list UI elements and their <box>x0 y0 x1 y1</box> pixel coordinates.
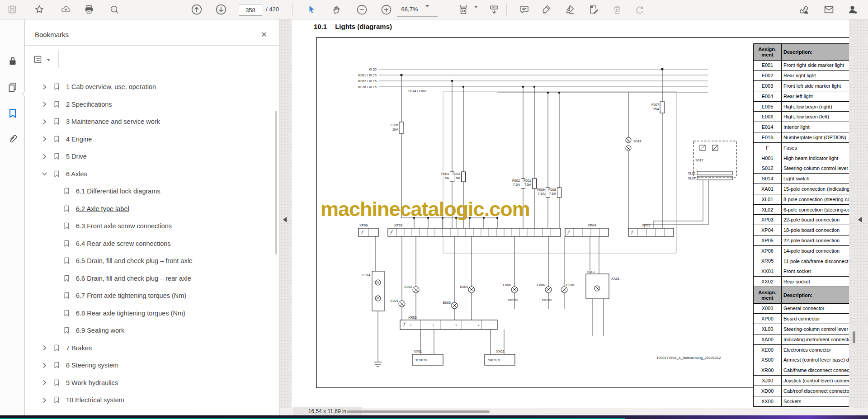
bookmark-item[interactable]: 7 Brakes <box>25 339 273 357</box>
zoom-in-button[interactable] <box>378 2 394 17</box>
table-row: XP00 Board connector <box>754 314 849 324</box>
bookmark-item-label[interactable]: 4 Engine <box>66 136 92 143</box>
chevron-right-icon[interactable] <box>41 380 47 386</box>
chevron-right-icon[interactable] <box>41 101 47 108</box>
zoom-dropdown-caret[interactable] <box>425 7 429 15</box>
bookmark-item[interactable]: 6.5 Drain, fill and check plug – front a… <box>25 252 273 270</box>
print-button[interactable] <box>81 2 97 17</box>
zoom-level-value[interactable]: 66,7% <box>398 6 421 13</box>
bookmark-item[interactable]: 6.7 Front axle tightening torques (Nm) <box>25 287 273 305</box>
next-page-button[interactable] <box>213 2 229 17</box>
expand-tools-arrow[interactable] <box>858 217 862 222</box>
redo-button[interactable] <box>632 2 647 17</box>
vertical-scrollbar-thumb[interactable] <box>853 331 855 343</box>
share-upload-button[interactable] <box>58 2 74 17</box>
bookmark-item-label[interactable]: 8 Steering system <box>66 362 118 369</box>
chevron-right-icon[interactable] <box>41 397 47 403</box>
bookmark-item-label[interactable]: 6.3 Front axle screw connections <box>76 222 172 230</box>
table-row: E001 Front right side marker light <box>754 61 849 71</box>
bookmark-item-label[interactable]: 6.7 Front axle tightening torques (Nm) <box>76 292 186 299</box>
bookmark-item[interactable]: 6 Axles <box>25 165 273 183</box>
panel-scrollbar-thumb[interactable] <box>275 111 277 254</box>
bookmark-item[interactable]: 4 Engine <box>25 131 273 148</box>
paperclip-icon <box>7 133 19 145</box>
bookmark-item-label[interactable]: 6.5 Drain, fill and check plug – front a… <box>76 257 193 264</box>
bookmark-item-label[interactable]: 6.4 Rear axle screw connections <box>76 240 171 247</box>
chevron-right-icon[interactable] <box>41 84 47 90</box>
collapse-sidebar-arrow[interactable] <box>283 217 287 222</box>
bookmarks-panel-button[interactable] <box>6 107 19 120</box>
hand-tool-button[interactable] <box>329 2 344 17</box>
comment-button[interactable] <box>517 2 532 17</box>
zoom-out-button[interactable] <box>354 2 369 17</box>
bookmark-item-label[interactable]: 9 Work hydraulics <box>66 379 118 386</box>
bookmark-item[interactable]: 10 Electrical system <box>25 391 273 409</box>
bookmark-item-label[interactable]: 5 Drive <box>66 153 87 160</box>
document-area[interactable]: 10.1Lights (diagrams) machinecatalogic.c… <box>280 19 868 408</box>
bookmark-item[interactable]: 1 Cab overview, use, operation <box>25 78 273 96</box>
share-link-button[interactable] <box>796 2 811 17</box>
bookmark-item[interactable]: 6.4 Rear axle screw connections <box>25 235 273 253</box>
bookmark-item-label[interactable]: 6.9 Sealing work <box>76 327 124 334</box>
bookmark-item[interactable]: 5 Drive <box>25 148 273 165</box>
bookmark-item[interactable]: 6.3 Front axle screw connections <box>25 217 273 235</box>
search-button[interactable] <box>107 2 122 17</box>
bookmark-item[interactable]: 3 Maintenance and service work <box>25 113 273 131</box>
protection-panel-button[interactable] <box>6 55 19 67</box>
chevron-right-icon[interactable] <box>41 136 47 142</box>
bookmark-item-label[interactable]: 2 Specifications <box>66 101 112 108</box>
scroll-mode-button[interactable] <box>486 2 502 17</box>
chevron-right-icon[interactable] <box>41 118 47 125</box>
description-cell: Board connector <box>782 314 849 324</box>
add-person-button[interactable] <box>845 2 860 17</box>
chevron-right-icon[interactable] <box>41 153 47 160</box>
bookmark-item-label[interactable]: 6.6 Drain, fill and check plug – rear ax… <box>76 275 191 282</box>
bookmark-item-label[interactable]: 3 Maintenance and service work <box>66 118 160 125</box>
bookmark-item[interactable]: 9 Work hydraulics <box>25 374 273 392</box>
chevron-right-icon[interactable] <box>41 345 47 351</box>
description-cell: Steering-column control lever (l <box>782 163 849 173</box>
email-button[interactable] <box>821 2 836 17</box>
fit-width-icon <box>458 4 469 15</box>
page-thumbnails-button[interactable] <box>6 81 19 94</box>
bookmark-item-label[interactable]: 6.1 Differential lock diagrams <box>76 188 160 195</box>
bookmark-options-button[interactable] <box>33 52 56 67</box>
horizontal-scrollbar-thumb[interactable] <box>347 410 490 413</box>
close-panel-button[interactable]: ✕ <box>258 28 270 40</box>
select-tool-button[interactable] <box>304 2 320 17</box>
bookmark-item-label[interactable]: 6.2 Axle type label <box>76 205 129 212</box>
assignment-table: Assign-ment Description: E001 Front righ… <box>753 43 849 407</box>
assignment-cell: XE00 <box>754 345 782 355</box>
chevron-right-icon[interactable] <box>41 362 47 368</box>
delete-button[interactable] <box>609 2 625 17</box>
bookmark-item-label[interactable]: 1 Cab overview, use, operation <box>66 83 156 90</box>
attachments-panel-button[interactable] <box>6 132 19 145</box>
bookmark-item[interactable]: 6.6 Drain, fill and check plug – rear ax… <box>25 270 273 287</box>
fill-sign-button[interactable] <box>586 2 601 17</box>
bookmark-item-label[interactable]: 7 Brakes <box>66 344 92 352</box>
panel-divider <box>25 45 279 46</box>
save-button[interactable] <box>5 2 20 17</box>
options-caret-icon <box>47 59 50 61</box>
bookmark-item-label[interactable]: 6 Axles <box>66 170 87 178</box>
bookmark-item[interactable]: 6.9 Sealing work <box>25 322 273 339</box>
sign-button[interactable] <box>562 2 577 17</box>
fit-width-button[interactable] <box>456 2 471 17</box>
printer-icon <box>84 4 94 15</box>
bookmark-item[interactable]: 6.8 Rear axle tightening torques (Nm) <box>25 305 273 322</box>
star-button[interactable] <box>32 2 47 17</box>
highlight-button[interactable] <box>538 2 554 17</box>
fuse-rating: 7,5A <box>549 192 556 196</box>
fit-width-caret[interactable] <box>474 8 478 16</box>
fuse-name: F007 <box>651 103 659 107</box>
bookmark-item[interactable]: 6.1 Differential lock diagrams <box>25 183 273 200</box>
bookmark-item-label[interactable]: 6.8 Rear axle tightening torques (Nm) <box>76 310 185 317</box>
bookmark-item[interactable]: 2 Specifications <box>25 96 273 113</box>
bookmark-item[interactable]: 6.2 Axle type label <box>25 200 273 218</box>
bookmark-item-label[interactable]: 10 Electrical system <box>66 396 124 404</box>
bookmark-item[interactable]: 8 Steering system <box>25 357 273 374</box>
bookmark-flag-icon <box>53 152 61 160</box>
previous-page-button[interactable] <box>189 2 204 17</box>
page-number-input[interactable] <box>239 4 262 16</box>
chevron-right-icon[interactable] <box>41 171 47 177</box>
